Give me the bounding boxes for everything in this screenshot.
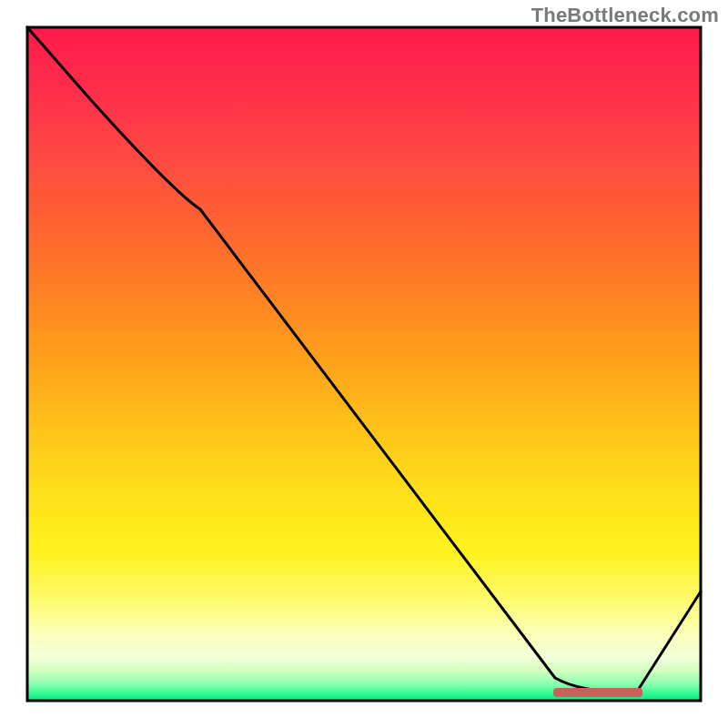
watermark: TheBottleneck.com bbox=[531, 4, 719, 27]
bottleneck-chart bbox=[0, 0, 728, 728]
optimal-marker bbox=[553, 688, 642, 697]
gradient-background bbox=[27, 27, 701, 701]
plot-area bbox=[27, 27, 701, 701]
